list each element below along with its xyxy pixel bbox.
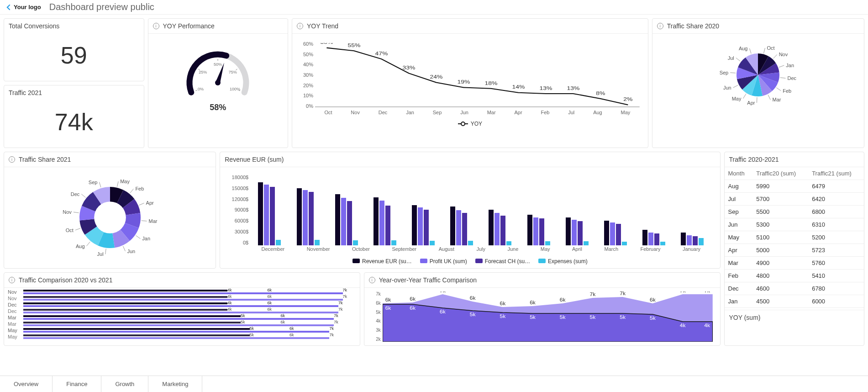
top-header: Your logo Dashboard preview public — [0, 0, 868, 15]
logo-text: Your logo — [14, 4, 41, 11]
col-header[interactable]: Traffic21 (sum) — [808, 167, 864, 180]
table-row: Aug59906479 — [725, 180, 864, 193]
svg-text:6k: 6k — [385, 306, 391, 311]
svg-line-28 — [773, 54, 777, 58]
svg-text:7k: 7k — [679, 291, 685, 293]
legend: Revenue EUR (su…Profit UK (sum)Forecast … — [225, 258, 715, 265]
dashboard-grid: Total Conversions 59 Traffic 2021 74k iY… — [0, 15, 868, 350]
svg-text:Nov: Nov — [779, 52, 788, 57]
svg-line-26 — [764, 48, 765, 53]
svg-line-32 — [780, 78, 786, 78]
info-icon[interactable]: i — [153, 23, 159, 29]
svg-line-64 — [86, 242, 90, 246]
svg-line-58 — [136, 236, 140, 239]
card-title: Traffic Share 2021 — [19, 156, 71, 163]
svg-line-52 — [130, 189, 133, 193]
pie-2020-card: iTraffic Share 2020 OctNovJanDecFebMarAp… — [652, 18, 864, 148]
svg-text:58%: 58% — [320, 43, 333, 45]
info-icon[interactable]: i — [9, 277, 15, 283]
svg-text:May: May — [732, 96, 742, 101]
traffic-compare-card: iTraffic Comparison 2020 vs 2021 Nov4k6k… — [4, 272, 360, 346]
svg-text:Jan: Jan — [142, 236, 150, 241]
traffic-table: MonthTraffic20 (sum)Traffic21 (sum) Aug5… — [725, 167, 864, 308]
svg-text:47%: 47% — [375, 51, 388, 56]
svg-point-10 — [215, 80, 221, 85]
svg-line-40 — [743, 94, 746, 98]
svg-line-50 — [117, 181, 118, 187]
svg-text:7k: 7k — [620, 291, 626, 296]
svg-text:13%: 13% — [567, 85, 579, 91]
kpi-conversions: Total Conversions 59 — [4, 18, 144, 81]
table-row: Jun53006310 — [725, 218, 864, 231]
info-icon[interactable]: i — [657, 23, 663, 29]
svg-line-60 — [123, 246, 125, 251]
svg-text:5k: 5k — [530, 315, 536, 320]
card-title: Traffic Share 2020 — [667, 22, 719, 30]
svg-text:2%: 2% — [623, 96, 632, 102]
svg-text:May: May — [120, 179, 130, 184]
svg-line-46 — [736, 58, 740, 61]
svg-line-42 — [733, 85, 738, 87]
svg-text:Nov: Nov — [63, 209, 72, 215]
pie-2021-card: iTraffic Share 2021 MayFebAprMarJanJunJu… — [4, 152, 216, 269]
svg-text:6k: 6k — [410, 297, 416, 302]
svg-text:18%: 18% — [484, 80, 497, 86]
svg-line-56 — [141, 221, 147, 221]
svg-text:14%: 14% — [512, 85, 525, 90]
revenue-card: Revenue EUR (sum) 18000$15000$12000$9000… — [220, 152, 720, 269]
svg-text:4k: 4k — [679, 323, 685, 328]
traffic-table-card: Traffic 2020-2021 MonthTraffic20 (sum)Tr… — [724, 152, 865, 346]
col-header[interactable]: Traffic20 (sum) — [752, 167, 808, 180]
kpi-traffic21: Traffic 2021 74k — [4, 85, 144, 148]
info-icon[interactable]: i — [9, 156, 15, 163]
svg-text:Mar: Mar — [148, 218, 157, 224]
svg-text:Oct: Oct — [65, 228, 73, 233]
gauge-value: 58% — [210, 103, 226, 112]
svg-text:7k: 7k — [440, 291, 446, 293]
table-row: May51005200 — [725, 231, 864, 244]
kpi-value: 59 — [4, 33, 144, 81]
svg-line-44 — [731, 73, 736, 73]
svg-text:6k: 6k — [440, 309, 446, 314]
col-header[interactable]: Month — [725, 167, 753, 180]
svg-text:Jun: Jun — [723, 85, 731, 90]
svg-line-38 — [757, 97, 758, 103]
legend: YOY — [297, 121, 643, 127]
svg-text:33%: 33% — [402, 65, 415, 70]
pie-chart: OctNovJanDecFebMarAprMayJunSepJulAug — [685, 36, 831, 114]
svg-text:7k: 7k — [589, 292, 595, 297]
svg-line-68 — [73, 212, 79, 213]
svg-text:24%: 24% — [430, 74, 442, 79]
svg-text:5k: 5k — [560, 315, 566, 320]
table-row: Sep55006800 — [725, 206, 864, 218]
info-icon[interactable]: i — [369, 277, 375, 283]
svg-text:Aug: Aug — [76, 244, 85, 249]
svg-text:Jul: Jul — [97, 251, 103, 257]
table-row: Apr50005723 — [725, 244, 864, 257]
svg-text:Apr: Apr — [747, 100, 755, 106]
svg-text:5k: 5k — [589, 315, 595, 320]
yoy-area-card: iYear-over-Year Traffic Comparison 7k6k5… — [364, 272, 721, 346]
svg-text:75%: 75% — [229, 70, 237, 74]
gauge-chart: 0%25%50%75%100% — [174, 39, 261, 106]
svg-text:Feb: Feb — [135, 186, 144, 191]
svg-text:6k: 6k — [470, 296, 476, 301]
svg-text:55%: 55% — [347, 43, 360, 48]
svg-text:Sep: Sep — [88, 180, 97, 185]
svg-line-70 — [81, 194, 85, 198]
yoy-trend-card: iYOY Trend 60%50%40%30%20%10%0% 58%55%47… — [292, 18, 648, 148]
card-title: YOY Trend — [307, 22, 338, 30]
gauge-card: iYOY Performance 0%25%50%75%100% 58% — [148, 18, 289, 148]
svg-line-34 — [777, 88, 781, 91]
card-title: YOY Performance — [163, 22, 215, 30]
svg-text:Aug: Aug — [739, 46, 748, 51]
svg-line-72 — [99, 182, 100, 187]
svg-text:6k: 6k — [410, 306, 416, 311]
card-title: Traffic Comparison 2020 vs 2021 — [19, 276, 112, 284]
table-row: Jan45006000 — [725, 295, 864, 308]
logo[interactable]: Your logo — [5, 4, 41, 11]
info-icon[interactable]: i — [297, 23, 303, 29]
svg-text:Dec: Dec — [788, 75, 797, 81]
svg-line-54 — [139, 203, 144, 205]
svg-text:8%: 8% — [596, 90, 605, 96]
